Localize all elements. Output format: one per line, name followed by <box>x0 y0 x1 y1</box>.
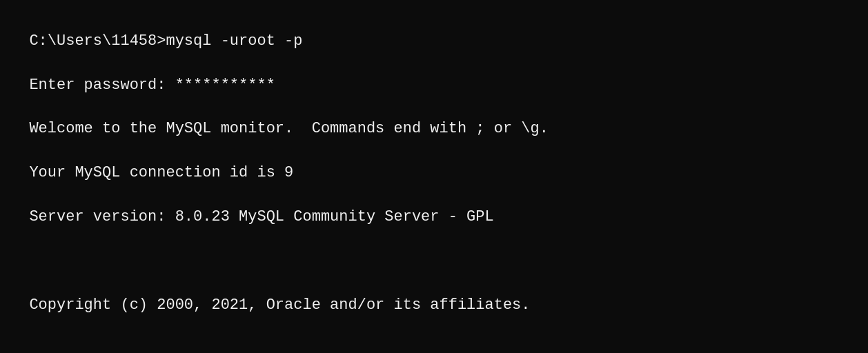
terminal-line-7: Copyright (c) 2000, 2021, Oracle and/or … <box>29 296 530 314</box>
terminal-line-4: Your MySQL connection id is 9 <box>29 164 293 181</box>
terminal-line-5: Server version: 8.0.23 MySQL Community S… <box>29 208 493 225</box>
terminal-line-2: Enter password: *********** <box>29 77 275 94</box>
terminal-line-1: C:\Users\11458>mysql -uroot -p <box>29 32 302 50</box>
terminal-window: C:\Users\11458>mysql -uroot -p Enter pas… <box>11 8 857 353</box>
terminal-line-3: Welcome to the MySQL monitor. Commands e… <box>29 120 549 137</box>
